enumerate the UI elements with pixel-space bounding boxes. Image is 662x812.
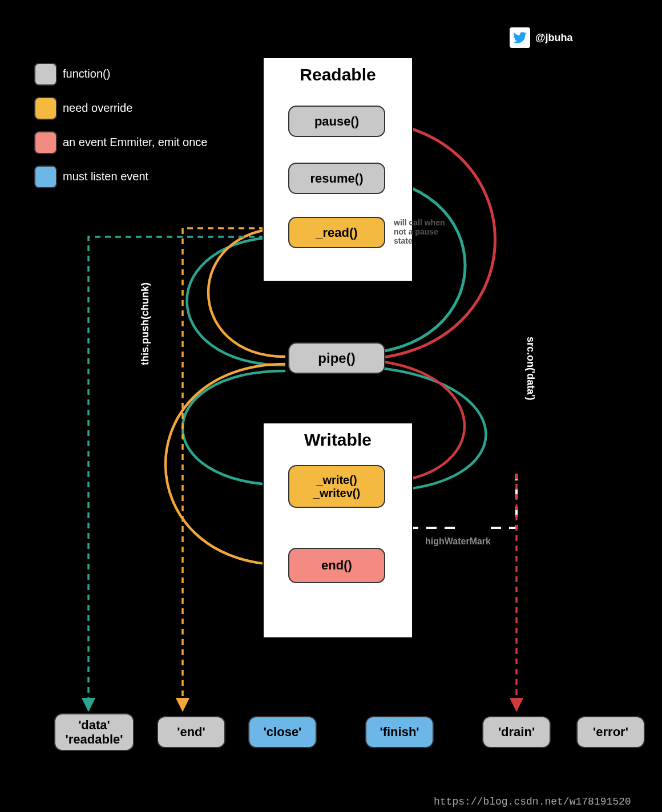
legend-label-must-listen: must listen event [63, 170, 148, 183]
note-read-l2: not a pause [394, 227, 468, 236]
note-read-l3: state [394, 236, 468, 245]
legend-swatch-must-listen [34, 165, 57, 188]
legend-swatch-override [34, 97, 57, 120]
event-close: 'close' [248, 716, 317, 748]
node-write-l1: _write() [316, 474, 357, 487]
side-label-push: this.push(chunk) [139, 282, 151, 365]
event-data: 'data' 'readable' [54, 713, 134, 751]
twitter-handle: @jbuha [535, 32, 573, 44]
note-read: will call when not a pause state [394, 218, 468, 245]
legend-swatch-function [34, 63, 57, 86]
legend-label-override: need override [63, 102, 132, 115]
event-data-l2: 'readable' [66, 732, 123, 746]
node-end: end() [288, 548, 385, 583]
label-highwatermark: highWaterMark [425, 536, 491, 547]
credit-text: https://blog.csdn.net/w178191520 [434, 796, 631, 807]
node-write: _write() _writev() [288, 465, 385, 508]
panel-writable: Writable [263, 422, 413, 639]
legend-swatch-event-once [34, 131, 57, 154]
node-resume: resume() [288, 163, 385, 194]
event-drain: 'drain' [482, 716, 551, 748]
event-error: 'error' [576, 716, 645, 748]
node-write-l2: _writev() [313, 487, 360, 500]
legend-label-event-once: an event Emmiter, emit once [63, 136, 207, 149]
node-pipe: pipe() [288, 342, 385, 374]
node-pause: pause() [288, 106, 385, 137]
legend-label-function: function() [63, 67, 110, 80]
panel-writable-title: Writable [264, 430, 412, 450]
note-read-l1: will call when [394, 218, 468, 227]
node-read: _read() [288, 217, 385, 248]
twitter-icon [510, 27, 530, 48]
panel-readable-title: Readable [264, 65, 412, 84]
event-end: 'end' [157, 716, 225, 748]
event-finish: 'finish' [365, 716, 434, 748]
diagram-canvas: @jbuha function() need override an event… [0, 0, 662, 812]
side-label-ondata: src.on('data') [524, 337, 536, 401]
event-data-l1: 'data' [78, 718, 110, 732]
